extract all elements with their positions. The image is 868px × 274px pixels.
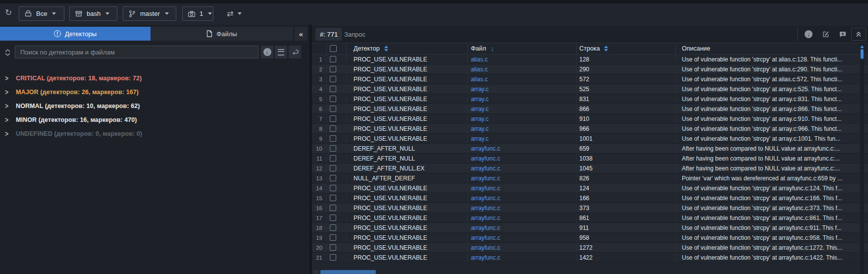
severity-item[interactable]: >CRITICAL (детекторов: 18, маркеров: 72) — [0, 71, 309, 85]
table-row[interactable]: 3PROC_USE.VULNERABLEalias.c572Use of vul… — [312, 74, 868, 84]
file-link[interactable]: arrayfunc.c — [471, 254, 500, 261]
file-link[interactable]: arrayfunc.c — [471, 195, 500, 202]
table-row[interactable]: 7PROC_USE.VULNERABLEarray.c910Use of vul… — [312, 114, 868, 124]
vertical-scrollbar[interactable] — [860, 44, 864, 274]
severity-item[interactable]: >MAJOR (детекторов: 26, маркеров: 167) — [0, 85, 309, 99]
file-link[interactable]: alias.c — [471, 76, 488, 83]
file-link[interactable]: arrayfunc.c — [471, 234, 500, 241]
menu-button[interactable] — [275, 46, 287, 58]
table-row[interactable]: 16PROC_USE.VULNERABLEarrayfunc.c373Use o… — [312, 203, 868, 213]
row-checkbox[interactable] — [330, 234, 336, 241]
download-results-button[interactable]: ↓ — [801, 28, 816, 41]
horizontal-scrollbar[interactable] — [312, 270, 859, 274]
row-checkbox[interactable] — [330, 224, 336, 231]
edit-query-button[interactable] — [818, 28, 833, 41]
file-link[interactable]: arrayfunc.c — [471, 205, 500, 212]
scope-dropdown[interactable]: Все — [19, 6, 64, 21]
row-checkbox[interactable] — [330, 165, 336, 171]
file-link[interactable]: arrayfunc.c — [471, 185, 500, 192]
file-link[interactable]: array.c — [471, 86, 489, 93]
search-input[interactable] — [15, 46, 258, 58]
compare-dropdown[interactable]: ⇄ — [227, 6, 242, 21]
table-row[interactable]: 17PROC_USE.VULNERABLEarrayfunc.c861Use o… — [312, 213, 868, 223]
row-checkbox[interactable] — [330, 56, 336, 62]
table-row[interactable]: 20PROC_USE.VULNERABLEarrayfunc.c1272Use … — [312, 243, 868, 253]
column-header-file[interactable]: Файл ↓ — [468, 43, 577, 54]
row-checkbox[interactable] — [330, 66, 336, 72]
table-row[interactable]: 21PROC_USE.VULNERABLEarrayfunc.c1422Use … — [312, 253, 868, 263]
file-link[interactable]: arrayfunc.c — [471, 175, 500, 182]
table-row[interactable]: 18PROC_USE.VULNERABLEarrayfunc.c911Use o… — [312, 223, 868, 233]
snapshot-dropdown[interactable]: 1 — [182, 6, 213, 21]
file-link[interactable]: arrayfunc.c — [471, 244, 500, 251]
column-header-line[interactable]: Строка — [577, 43, 676, 54]
sort-both-icon[interactable] — [384, 46, 388, 52]
file-link[interactable]: array.c — [471, 106, 489, 112]
horizontal-scroll-thumb[interactable] — [320, 270, 376, 274]
row-checkbox[interactable] — [330, 145, 336, 152]
sort-desc-icon[interactable]: ↓ — [491, 45, 494, 52]
table-row[interactable]: 4PROC_USE.VULNERABLEarray.c525Use of vul… — [312, 84, 868, 94]
scroll-left-button[interactable] — [313, 270, 319, 274]
column-header-detector[interactable]: Детектор — [347, 43, 468, 54]
file-link[interactable]: array.c — [471, 135, 489, 142]
tab-detectors[interactable]: ! Детекторы — [0, 27, 151, 41]
table-row[interactable]: 10DEREF_AFTER_NULLarrayfunc.c659After ha… — [312, 144, 868, 154]
file-link[interactable]: arrayfunc.c — [471, 215, 500, 221]
file-link[interactable]: arrayfunc.c — [471, 224, 500, 231]
collapse-up-button[interactable] — [851, 28, 866, 41]
table-row[interactable]: 5PROC_USE.VULNERABLEarray.c831Use of vul… — [312, 94, 868, 104]
vertical-scroll-thumb[interactable] — [861, 49, 864, 59]
severity-item[interactable]: >NORMAL (детекторов: 10, маркеров: 62) — [0, 99, 309, 113]
table-row[interactable]: 12DEREF_AFTER_NULL.EXarrayfunc.c1045Afte… — [312, 164, 868, 173]
branch-dropdown[interactable]: master — [123, 6, 176, 21]
scroll-up-arrow-icon[interactable] — [860, 45, 864, 48]
table-row[interactable]: 8PROC_USE.VULNERABLEarray.c966Use of vul… — [312, 124, 868, 134]
row-checkbox[interactable] — [330, 106, 336, 112]
row-checkbox[interactable] — [330, 76, 336, 82]
row-checkbox[interactable] — [330, 254, 336, 261]
row-checkbox[interactable] — [330, 215, 336, 221]
row-checkbox[interactable] — [330, 195, 336, 201]
reset-button[interactable] — [289, 46, 301, 58]
row-checkbox[interactable] — [330, 185, 336, 191]
file-link[interactable]: arrayfunc.c — [471, 165, 500, 172]
export-button[interactable]: ↓ — [261, 46, 273, 58]
sort-both-icon[interactable] — [604, 46, 608, 52]
table-row[interactable]: 9PROC_USE.VULNERABLEarray.c1001Use of vu… — [312, 134, 868, 144]
row-checkbox[interactable] — [330, 205, 336, 211]
table-row[interactable]: 15PROC_USE.VULNERABLEarrayfunc.c166Use o… — [312, 193, 868, 203]
file-link[interactable]: arrayfunc.c — [471, 145, 500, 152]
project-dropdown[interactable]: bash — [69, 6, 117, 21]
select-all-checkbox[interactable] — [330, 45, 337, 52]
table-row[interactable]: 2PROC_USE.VULNERABLEalias.c290Use of vul… — [312, 64, 868, 74]
severity-item[interactable]: >UNDEFINED (детекторов: 0, маркеров: 0) — [0, 127, 309, 141]
query-input[interactable] — [338, 28, 795, 41]
file-link[interactable]: array.c — [471, 115, 489, 122]
tab-files[interactable]: Файлы — [151, 27, 293, 41]
table-row[interactable]: 14PROC_USE.VULNERABLEarrayfunc.c124Use o… — [312, 183, 868, 193]
table-row[interactable]: 13NULL_AFTER_DEREFarrayfunc.c826Pointer … — [312, 173, 868, 183]
row-checkbox[interactable] — [330, 115, 336, 122]
table-row[interactable]: 11DEREF_AFTER_NULLarrayfunc.c1038After h… — [312, 154, 868, 164]
file-link[interactable]: alias.c — [471, 56, 488, 63]
table-row[interactable]: 19PROC_USE.VULNERABLEarrayfunc.c958Use o… — [312, 233, 868, 243]
file-link[interactable]: arrayfunc.c — [471, 155, 500, 162]
add-comment-button[interactable] — [835, 28, 850, 41]
row-checkbox[interactable] — [330, 244, 336, 251]
file-link[interactable]: array.c — [471, 96, 489, 103]
row-checkbox[interactable] — [330, 125, 336, 132]
row-checkbox[interactable] — [330, 135, 336, 142]
row-checkbox[interactable] — [330, 86, 336, 92]
row-checkbox[interactable] — [330, 175, 336, 181]
row-checkbox[interactable] — [330, 155, 336, 162]
file-link[interactable]: alias.c — [471, 66, 488, 73]
collapse-panel-button[interactable]: « — [295, 27, 307, 41]
row-checkbox[interactable] — [330, 96, 336, 102]
refresh-icon[interactable]: ↻ — [5, 8, 12, 17]
table-row[interactable]: 1PROC_USE.VULNERABLEalias.c128Use of vul… — [312, 55, 868, 64]
severity-item[interactable]: >MINOR (детекторов: 16, маркеров: 470) — [0, 113, 309, 127]
file-link[interactable]: array.c — [471, 125, 489, 132]
table-row[interactable]: 6PROC_USE.VULNERABLEarray.c866Use of vul… — [312, 104, 868, 114]
expand-collapse-all-icon[interactable] — [4, 49, 11, 56]
